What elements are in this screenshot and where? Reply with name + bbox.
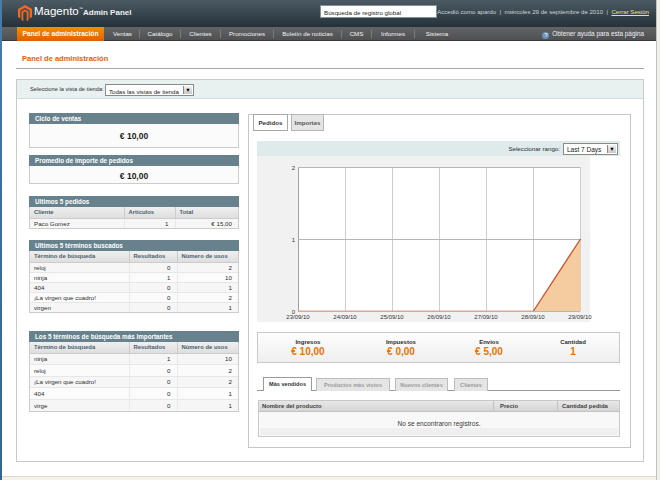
- svg-text:26/09/10: 26/09/10: [427, 314, 451, 320]
- svg-text:25/09/10: 25/09/10: [380, 314, 404, 320]
- svg-text:29/09/10: 29/09/10: [568, 314, 592, 320]
- svg-text:28/09/10: 28/09/10: [521, 314, 545, 320]
- svg-text:27/09/10: 27/09/10: [474, 314, 498, 320]
- svg-text:24/09/10: 24/09/10: [333, 314, 357, 320]
- svg-text:23/09/10: 23/09/10: [286, 314, 310, 320]
